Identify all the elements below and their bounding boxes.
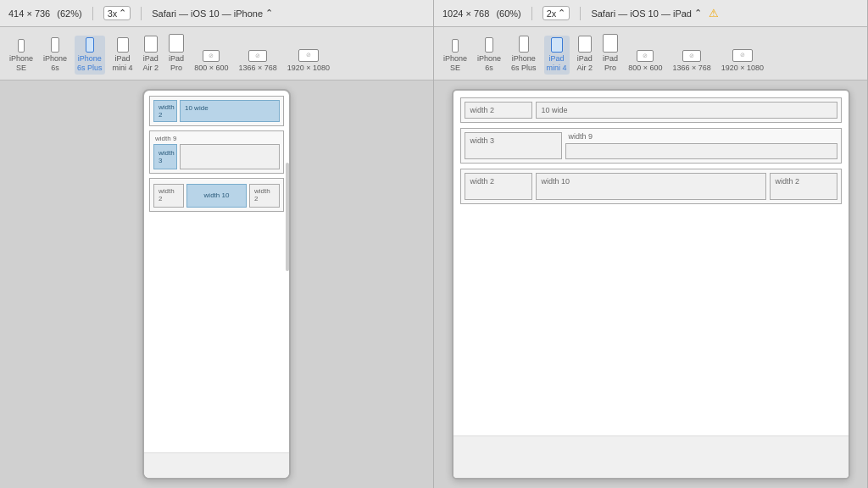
iphone-6s-plus-icon	[86, 37, 94, 53]
wf-box-10wide: 10 wide	[180, 100, 280, 122]
device-800x600-r[interactable]: ⊘ 800 × 600	[626, 48, 665, 75]
wf-box-width2-1: width2	[153, 100, 177, 122]
ipad-air2-icon-l	[144, 36, 158, 53]
iphone-frame: width2 10 wide width 9 width3	[142, 89, 291, 480]
divider3	[531, 7, 532, 20]
monitor-800-icon-r: ⊘	[637, 50, 654, 62]
ipad-device-bar: iPhoneSE iPhone6s iPhone6s Plus iPadmini…	[434, 27, 867, 80]
ipad-mini4-icon-r	[551, 37, 563, 53]
ipad-wf-section-3: width 2 width 10 width 2	[460, 169, 842, 204]
ipad-browser-selector[interactable]: Safari — iOS 10 — iPad ⌃	[591, 8, 702, 19]
wf-row-1: width2 10 wide	[153, 100, 280, 122]
ipad-wf-box-10wide: 10 wide	[536, 102, 837, 119]
device-ipad-mini4-l[interactable]: iPadmini 4	[110, 36, 136, 75]
ipad-wf-section-1: width 2 10 wide	[460, 97, 842, 123]
device-iphone-se[interactable]: iPhoneSE	[7, 37, 36, 75]
ipad-multiplier-control[interactable]: 2x ⌃	[542, 6, 570, 20]
ipad-wf-row-1: width 2 10 wide	[465, 102, 837, 119]
device-ipad-air2-l[interactable]: iPadAir 2	[141, 34, 162, 75]
ipad-toolbar: 1024 × 768 (60%) 2x ⌃ Safari — iOS 10 — …	[434, 0, 867, 27]
iphone-6s-icon-r	[485, 37, 493, 53]
device-iphone-se-r[interactable]: iPhoneSE	[441, 37, 470, 75]
ipad-wf-section-2: width 3 width 9	[460, 128, 842, 164]
monitor-1920-icon-r: ⊘	[732, 49, 753, 62]
device-iphone-6s-plus[interactable]: iPhone6s Plus	[75, 36, 105, 75]
device-1920x1080-l[interactable]: ⊘ 1920 × 1080	[285, 47, 332, 75]
wf-section-2: width 9 width3	[149, 130, 284, 174]
device-iphone-6s-r[interactable]: iPhone6s	[475, 36, 504, 75]
wf-row-3: width 2 width 10 width 2	[153, 184, 280, 208]
phone-scrollbar[interactable]	[286, 163, 289, 271]
ipad-label-width9: width 9	[565, 132, 837, 141]
browser-selector[interactable]: Safari — iOS 10 — iPhone ⌃	[152, 8, 273, 19]
wf-row-2: width3	[153, 144, 280, 169]
divider1	[92, 7, 93, 20]
wf-label-width9: width 9	[153, 135, 280, 142]
wf-box-width2-left: width 2	[153, 184, 184, 208]
device-1920x1080-r[interactable]: ⊘ 1920 × 1080	[719, 47, 766, 75]
iphone-se-icon	[18, 39, 25, 53]
ipad-wf-box-width10: width 10	[536, 173, 766, 200]
device-ipad-air2-r[interactable]: iPadAir 2	[575, 34, 596, 75]
device-ipad-mini4-r[interactable]: iPadmini 4	[544, 36, 570, 75]
wf-box-width2-right: width 2	[249, 184, 280, 208]
device-ipad-pro-l[interactable]: iPadPro	[166, 32, 186, 75]
ipad-dimensions: 1024 × 768	[442, 8, 489, 19]
divider2	[141, 7, 142, 20]
ipad-footer	[453, 435, 849, 478]
device-iphone-6s-plus-r[interactable]: iPhone6s Plus	[509, 34, 539, 75]
device-iphone-6s[interactable]: iPhone6s	[41, 36, 70, 75]
iphone-se-icon-r	[452, 39, 459, 53]
iphone-device-bar: iPhoneSE iPhone6s iPhone6s Plus iPadmini…	[0, 27, 433, 80]
ipad-wf-row-2: width 3 width 9	[465, 132, 837, 159]
monitor-1920-icon-l: ⊘	[298, 49, 319, 62]
ipad-viewport: width 2 10 wide width 3 width 9	[434, 80, 867, 488]
ipad-pro-icon-l	[169, 34, 184, 53]
iphone-panel: 414 × 736 (62%) 3x ⌃ Safari — iOS 10 — i…	[0, 0, 434, 488]
ipad-wf-box-width2-right: width 2	[770, 173, 837, 200]
monitor-1366-icon-l: ⊘	[248, 50, 267, 62]
device-1366x768-l[interactable]: ⊘ 1366 × 768	[236, 48, 279, 75]
wf-box-width3: width3	[153, 144, 177, 169]
iphone-viewport: width2 10 wide width 9 width3	[0, 80, 433, 488]
iphone-wireframe: width2 10 wide width 9 width3	[144, 91, 289, 217]
ipad-panel: 1024 × 768 (60%) 2x ⌃ Safari — iOS 10 — …	[434, 0, 868, 488]
iphone-6s-plus-icon-r	[519, 36, 529, 53]
wf-section-1: width2 10 wide	[149, 96, 284, 126]
iphone-toolbar: 414 × 736 (62%) 3x ⌃ Safari — iOS 10 — i…	[0, 0, 433, 27]
wf-box-width10: width 10	[186, 184, 247, 208]
device-ipad-pro-r[interactable]: iPadPro	[600, 32, 620, 75]
iphone-6s-icon	[51, 37, 59, 53]
device-1366x768-r[interactable]: ⊘ 1366 × 768	[670, 48, 713, 75]
multiplier-control[interactable]: 3x ⌃	[103, 6, 131, 20]
ipad-pro-icon-r	[603, 34, 618, 53]
ipad-wf-box-width9-inner	[565, 143, 837, 159]
ipad-wf-col-9: width 9	[565, 132, 837, 159]
iphone-scale: (62%)	[57, 8, 81, 19]
monitor-1366-icon-r: ⊘	[682, 50, 701, 62]
ipad-wf-box-width3: width 3	[465, 132, 562, 159]
warning-icon: ⚠	[709, 7, 719, 19]
monitor-800-icon-l: ⊘	[203, 50, 220, 62]
device-800x600-l[interactable]: ⊘ 800 × 600	[192, 48, 231, 75]
iphone-footer	[144, 452, 289, 478]
ipad-wf-box-width2-left: width 2	[465, 173, 532, 200]
iphone-screen: width2 10 wide width 9 width3	[144, 91, 289, 452]
ipad-wf-box-width2-1: width 2	[465, 102, 532, 119]
ipad-screen: width 2 10 wide width 3 width 9	[453, 91, 849, 435]
ipad-mini4-icon-l	[117, 37, 129, 53]
ipad-frame: width 2 10 wide width 3 width 9	[452, 89, 850, 480]
ipad-air2-icon-r	[578, 36, 592, 53]
ipad-wf-row-3: width 2 width 10 width 2	[465, 173, 837, 200]
wf-section-3: width 2 width 10 width 2	[149, 178, 284, 212]
divider4	[580, 7, 581, 20]
ipad-scale: (60%)	[496, 8, 520, 19]
iphone-dimensions: 414 × 736	[8, 8, 50, 19]
wf-box-width9-inner	[180, 144, 280, 169]
